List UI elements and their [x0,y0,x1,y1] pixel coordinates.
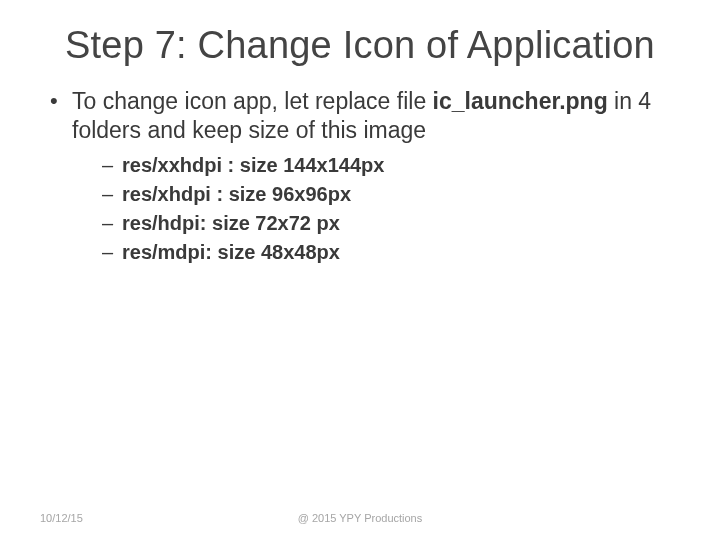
list-item: res/xhdpi : size 96x96px [100,180,674,209]
bullet-list-level2: res/xxhdpi : size 144x144px res/xhdpi : … [72,151,674,267]
slide: Step 7: Change Icon of Application To ch… [0,0,720,540]
list-item: res/mdpi: size 48x48px [100,238,674,267]
bullet-text-prefix: To change icon app, let replace file [72,88,433,114]
bullet-text-bold: ic_launcher.png [433,88,608,114]
bullet-list-level1: To change icon app, let replace file ic_… [46,87,674,267]
slide-title: Step 7: Change Icon of Application [0,0,720,87]
slide-content: To change icon app, let replace file ic_… [0,87,720,267]
footer-copyright: @ 2015 YPY Productions [0,512,720,524]
list-item: res/xxhdpi : size 144x144px [100,151,674,180]
list-item: res/hdpi: size 72x72 px [100,209,674,238]
list-item: To change icon app, let replace file ic_… [46,87,674,267]
